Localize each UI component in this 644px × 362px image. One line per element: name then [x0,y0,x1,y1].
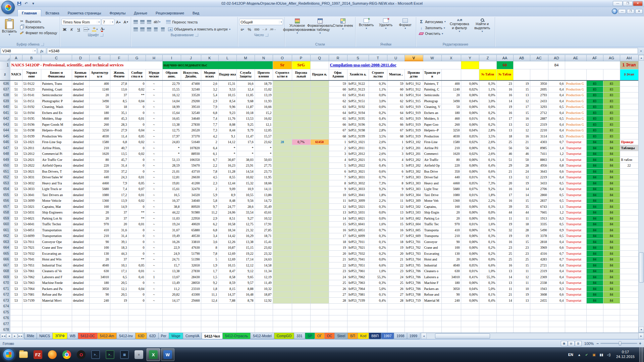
cell-W671[interactable]: Packers an [423,286,441,292]
row1-segment-7[interactable] [479,61,496,69]
cell-S643[interactable]: SrP51_9196 [347,122,369,128]
cell-C670[interactable]: Machine Feede [41,280,72,286]
cell-O677[interactable] [273,321,292,327]
cell-A678[interactable] [10,327,22,333]
cell-AA664[interactable]: 23 [496,245,513,251]
cell-I674[interactable] [162,303,181,309]
cell-AE654[interactable]: Transportat [565,186,586,192]
cell-Y666[interactable]: 0,00% [461,256,479,262]
cell-X645[interactable]: 4030 [441,133,461,139]
cell-I654[interactable]: 15,61 [162,186,181,192]
cell-Y663[interactable]: 0,00% [461,239,479,245]
prev-sheet-button[interactable]: ◄ [6,334,12,339]
column-header-W[interactable]: W [423,55,441,61]
cell-J664[interactable]: 47630 [181,245,201,251]
cell-A638[interactable]: 51 [10,92,22,98]
font-size-combo[interactable]: 7▾ [102,19,114,25]
cell-G661[interactable]: 0 [128,227,146,233]
cell-B639[interactable]: 51-9151 [22,98,41,104]
column-header-G[interactable]: G [128,55,146,61]
cell-G650[interactable]: 0 [128,163,146,169]
cell-P667[interactable] [292,262,310,268]
cell-AF651[interactable]: 84 [586,169,603,175]
cell-M649[interactable]: 38,03 [236,157,255,163]
cell-Y658[interactable]: 0,00% [461,209,479,216]
cell-I673[interactable]: 14,17 [162,298,181,304]
cell-Z678[interactable] [479,327,496,333]
cell-B674[interactable] [22,303,41,309]
cell-W662[interactable]: Transporta [423,233,441,239]
cell-F640[interactable]: 18 [110,104,128,110]
page-break-view-button[interactable]: ▥ [575,341,582,346]
cell-Z665[interactable]: 0,2% [479,251,496,257]
cell-X662[interactable]: 210 [441,233,461,239]
cell-G636[interactable]: 0 [128,80,146,86]
cell-AB677[interactable] [513,321,530,327]
cell-O671[interactable] [273,286,292,292]
cell-A672[interactable]: 53 [10,292,22,298]
cell-G663[interactable]: 0 [128,239,146,245]
cell-G669[interactable]: 0,41 [128,274,146,280]
cell-AC668[interactable]: 2319 [530,268,548,274]
sheet-tab-NAICS[interactable]: NAICS [37,333,53,339]
cell-J665[interactable]: 51790 [181,251,201,257]
column-header-Z[interactable]: Z [479,55,496,61]
cell-K641[interactable]: 6,8 [201,110,218,116]
cell-AB657[interactable]: 35 [513,204,530,210]
cell-AH668[interactable] [620,268,638,274]
cell-O661[interactable] [273,227,292,233]
cell-AD656[interactable]: 0,5 [548,198,565,204]
cell-M639[interactable]: 9,68 [236,98,255,104]
cell-M644[interactable]: 9,79 [236,127,255,133]
cell-P646[interactable]: 0,7% [292,139,310,145]
cell-T659[interactable]: 0,0% [369,216,387,222]
cell-N664[interactable]: 23,02 [255,245,273,251]
cell-G637[interactable]: 0,02 [128,86,146,93]
cell-X660[interactable]: 970 [441,221,461,227]
cell-V654[interactable]: SrP53_303 [405,186,423,192]
cell-K662[interactable]: 3,4 [201,233,218,239]
cell-U647[interactable]: 2 [387,145,405,151]
cell-M669[interactable]: 9,65 [236,274,255,280]
cell-M670[interactable]: 9,57 [236,280,255,286]
cell-N672[interactable]: 18,87 [255,292,273,298]
cell-V641[interactable]: SrP51_919 [405,110,423,116]
cell-AD668[interactable]: 0,4 [548,268,565,274]
cell-AC667[interactable]: 2721 [530,262,548,268]
cell-M638[interactable]: 11,05 [236,92,255,98]
cell-J650[interactable]: 59470 [181,163,201,169]
cell-AF671[interactable]: 84 [586,286,603,292]
cell-H664[interactable]: ~ [146,245,162,251]
cell-Z673[interactable]: 0,4% [479,298,496,304]
cell-AB664[interactable]: 23 [513,245,530,251]
cell-AC647[interactable]: 8985 [530,145,548,151]
cell-AC660[interactable]: 3335 [530,221,548,227]
cell-D650[interactable]: detailed [72,163,89,169]
cell-W664[interactable]: Crane and [423,245,441,251]
taskbar-monitor-button[interactable]: ▦ [118,348,131,361]
cell-B669[interactable]: 53-7062 [22,274,41,280]
cell-W639[interactable]: Photograp [423,98,441,104]
row-header-655[interactable]: 655 [0,192,10,198]
cell-Z656[interactable]: 2,2% [479,198,496,204]
cell-T663[interactable]: 0,1% [369,239,387,245]
cell-R653[interactable]: 8 [329,180,347,186]
cell-W661[interactable]: Transporta [423,227,441,233]
cell-AB674[interactable] [513,303,530,309]
cell-B649[interactable]: 53-2021 [22,157,41,163]
cell-N670[interactable]: 11,49 [255,280,273,286]
cell-R666[interactable]: 21 [329,256,347,262]
cell-X652[interactable]: 440 [441,174,461,180]
cell-AC671[interactable]: 1943 [530,286,548,292]
sheet-tab-5412-Model[interactable]: 5412-Model [250,333,274,339]
cell-C642[interactable]: Molders, Shap [41,116,72,122]
row-header-648[interactable]: 648 [0,151,10,157]
align-bottom-button[interactable] [146,19,152,25]
cell-AA638[interactable]: 16 [496,92,513,98]
cell-AH675[interactable] [620,309,638,315]
cell-J676[interactable] [181,315,201,321]
cell-D678[interactable] [72,327,89,333]
cell-P643[interactable] [292,122,310,128]
cell-I644[interactable]: 12,75 [162,127,181,133]
cell-W637[interactable]: Painting, C [423,86,441,93]
